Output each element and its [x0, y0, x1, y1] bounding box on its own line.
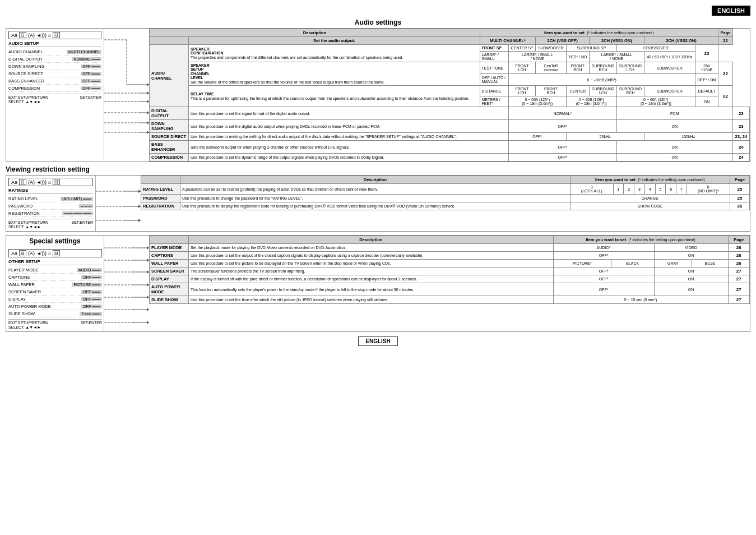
audio-0-60ft-3: 0 ~ 60ft (12ft*)(0 ~ 18m (3.6m*))	[616, 96, 695, 107]
special-menu-select: SELECT: ▲▼◄►	[8, 325, 102, 329]
special-row-captions: CAPTIONS Use this procedure to set the o…	[150, 252, 750, 260]
audio-distance-label: DISTANCE	[480, 86, 508, 96]
special-off-val-2: OFF*	[553, 268, 654, 275]
special-gray-val: GRAY	[654, 260, 692, 268]
audio-down-sampling-desc: Use this procedure to set the digital au…	[189, 120, 509, 133]
viewing-show-code-val: SHOW CODE	[570, 202, 730, 210]
viewing-registration-label: REGISTRATION	[141, 202, 180, 210]
audio-subwoofer-3: SUBWOOFER	[644, 86, 695, 96]
viewing-menu-item-2: PASSWORD ═ ═ ═	[8, 202, 93, 210]
audio-row-speaker-config: AUDIO CHANNEL SPEAKERCONFIGURATION The p…	[150, 45, 750, 52]
audio-surround-sp: SURROUND SP	[566, 45, 616, 52]
viewing-rating-3: 3	[634, 184, 645, 195]
audio-page-24a: 24	[732, 141, 749, 154]
special-page-27d: 27	[728, 296, 749, 304]
audio-row-channel-level-1: SPEAKERSETUP CHANNELLEVEL Set the volume…	[150, 62, 750, 74]
viewing-page-col-header: Page	[730, 176, 749, 184]
audio-menu-item-3: DOWN SAMPLING OFF ═══	[8, 63, 101, 70]
audio-front-lch-2: FRONTLCH	[508, 86, 535, 96]
special-on-val-2: ON	[654, 268, 728, 275]
audio-settings-title: Audio settings	[355, 19, 401, 26]
special-settings-section: Special settings Aa ⊟ (A) ◄))) ⌂ ⊟ OTHER…	[6, 235, 750, 332]
special-connector-svg	[104, 236, 149, 348]
special-menu-item-1: PLAYER MODE AUDIO ═══	[8, 266, 102, 274]
special-menu-item-6: AUTO POWER MODE OFF ═══	[8, 303, 102, 310]
special-row-auto-power: AUTO POWERMODE This function automatical…	[150, 283, 750, 296]
special-on-val-1: ON	[654, 252, 728, 260]
audio-row-digital-output: DIGITALOUTPUT Use this procedure to set …	[150, 107, 750, 120]
special-screen-saver-desc: The screensaver functions protects the T…	[189, 268, 554, 275]
audio-settings-table: Description Item you want to set (* indi…	[149, 29, 750, 162]
viewing-menu-select: SELECT: ▲▼◄►	[8, 225, 93, 229]
audio-bass-enhancer-label: BASSENHANCER	[150, 141, 189, 154]
audio-subwoofer-1: SUBWOOFER	[536, 45, 566, 52]
audio-center-label: CenTeRCENTER	[536, 62, 566, 74]
viewing-row-rating-level: RATING LEVEL A password can be set to re…	[141, 184, 750, 195]
audio-menu-nav: EXIT:SETUP/RETURN SET:ENTER	[8, 94, 101, 99]
viewing-page-25a: 25	[730, 184, 749, 195]
viewing-item-col-header: Item you want to set (* indicates the se…	[570, 176, 730, 184]
special-item-col-header: Item you want to set (* indicates the se…	[553, 236, 728, 244]
audio-desc-col-header: Set the audio output.	[189, 37, 480, 45]
viewing-desc-col-header: Description	[180, 176, 571, 184]
viewing-rating-4: 4	[644, 184, 655, 195]
viewing-menu-item-1: RATING LEVEL (NO LIMIT) ═══	[8, 195, 93, 202]
viewing-connector-svg	[96, 176, 141, 243]
audio-page-22b: 22	[718, 62, 733, 86]
audio-off-on-1: OFF* / ON	[695, 74, 718, 86]
audio-item-multichannel: MULTI CHANNEL*	[480, 37, 536, 45]
special-screen-saver-label: SCREEN SAVER	[150, 268, 189, 275]
audio-page-2324: 23, 24	[732, 133, 749, 141]
viewing-registration-desc: Use this procedure to display the regist…	[180, 202, 571, 210]
svg-marker-12	[147, 111, 149, 114]
audio-default: DEFAULT	[695, 86, 718, 96]
audio-menu-item-5: BASS ENHANCER OFF ═══	[8, 77, 101, 85]
audio-on-val-1: ON	[616, 120, 732, 133]
audio-center-sp: CENTER SP	[508, 45, 535, 52]
audio-front-sp-label: FRONT SP	[480, 45, 508, 52]
svg-marker-48	[147, 321, 149, 324]
audio-test-tone-label: TEST TONE	[480, 62, 508, 74]
special-off-val-4: OFF*	[553, 283, 654, 296]
special-settings-title: Special settings	[6, 236, 104, 247]
svg-marker-36	[147, 270, 149, 274]
audio-surround-lch: SURROUNDLCH	[616, 62, 644, 74]
viewing-password-desc: Use this procedure to change the passwor…	[180, 195, 571, 202]
special-row-player-mode: PLAYER MODE Set the playback mode for pl…	[150, 244, 750, 252]
audio-delay-desc: DELAY TIME This is a parameter for optim…	[189, 86, 480, 107]
audio-settings-section: Audio settings Aa ⊟ (A) ◄))) ⌂ ⊟ AUDIO S…	[6, 19, 750, 162]
audio-row-source-direct: SOURCE DIRECT Use this procedure to maki…	[150, 133, 750, 141]
audio-normal-val: NORMAL*	[508, 107, 616, 120]
audio-on-dist: ON	[695, 96, 718, 107]
audio-menu-item-4: SOURCE DIRECT OFF ═══	[8, 70, 101, 77]
special-page-26a: 26	[728, 244, 749, 252]
audio-menu-panel: Aa ⊟ (A) ◄))) ⌂ ⊟ AUDIO SETUP AUDIO CHAN…	[6, 29, 104, 162]
viewing-rating-desc: A password can be set to restrict (prohi…	[180, 184, 571, 195]
special-page-26b: 26	[728, 252, 749, 260]
special-display-label: DISPLAY	[150, 275, 189, 283]
special-off-val-3: OFF*	[553, 275, 654, 283]
audio-front-rch-2: FRONTRCH	[536, 86, 566, 96]
viewing-restriction-section: Viewing restriction setting Aa ⊟ (A) ◄))…	[6, 165, 750, 232]
special-menu-item-2: CAPTIONS OFF ═══	[8, 274, 102, 281]
audio-meters-feet: METERS /FEET*	[480, 96, 508, 107]
special-table-area: Description Item you want to set (* indi…	[149, 236, 750, 331]
audio-digital-output-desc: Use this procedure to set the signal for…	[189, 107, 509, 120]
audio-page-22: 22	[718, 37, 733, 45]
svg-marker-27	[138, 219, 141, 222]
audio-digital-output-label: DIGITALOUTPUT	[150, 107, 189, 120]
audio-surround-lch-2: SURROUNDLCH	[590, 86, 617, 96]
viewing-menu-nav: EXIT:SETUP/RETURN SET:ENTER	[8, 219, 93, 224]
special-player-mode-label: PLAYER MODE	[150, 244, 189, 252]
special-on-val-3: ON	[654, 275, 728, 283]
special-desc-col-header: Description	[189, 236, 554, 244]
audio-on-val-3: ON	[616, 154, 732, 162]
audio-source-direct-label: SOURCE DIRECT	[150, 133, 189, 141]
audio-page-23a: 23	[732, 107, 749, 120]
viewing-device-icons: Aa ⊟ (A) ◄))) ⌂ ⊟	[8, 178, 93, 186]
audio-col-header-desc: Description	[150, 29, 480, 37]
svg-marker-24	[138, 205, 141, 208]
special-wall-paper-label: WALL PAPER	[150, 260, 189, 268]
audio-0-60ft-2: 0 ~ 60ft (10ft*)(0 ~ 18m (3.0m*))	[566, 96, 616, 107]
viewing-row-password: PASSWORD Use this procedure to change th…	[141, 195, 750, 202]
